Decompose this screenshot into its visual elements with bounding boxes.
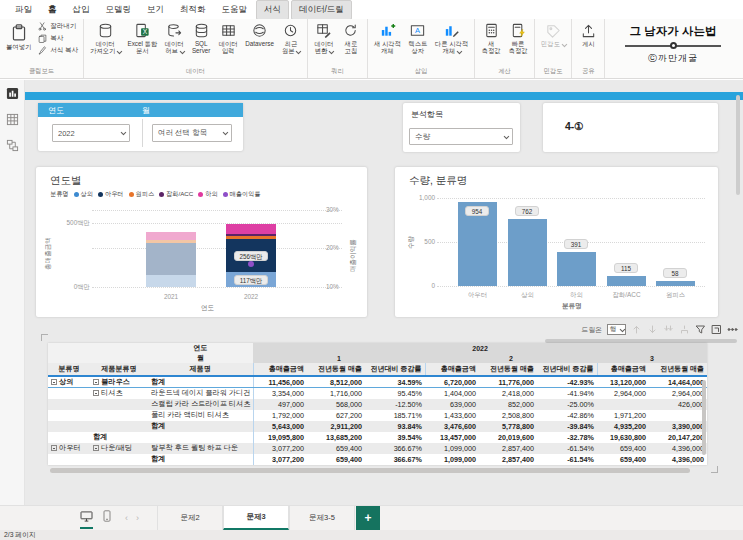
stacked-segment-원피스[interactable] bbox=[146, 240, 196, 243]
matrix-row[interactable]: 스캘럽 카라 스트라이프 티셔츠497,000568,000-12.50%639… bbox=[48, 399, 707, 410]
matrix-row[interactable]: 합계19,095,80013,685,20039.54%13,457,00020… bbox=[48, 432, 707, 443]
bar-잡화/ACC[interactable] bbox=[607, 276, 646, 286]
data-view-icon[interactable] bbox=[0, 106, 25, 132]
ribbon-button-Dataverse[interactable]: Dataverse bbox=[242, 21, 277, 48]
bar-하의[interactable] bbox=[557, 252, 596, 286]
chart-yearly[interactable]: 연도별 분류명상의아우터원피스잡화/ACC하의매출이익률 500백만0백만30%… bbox=[36, 167, 367, 317]
menu-tab-데이터/드릴[interactable]: 데이터/드릴 bbox=[291, 0, 352, 20]
drill-down-icon[interactable] bbox=[647, 324, 658, 335]
collapse-icon[interactable] bbox=[51, 445, 57, 451]
month-dropdown[interactable]: 여러 선택 항목 bbox=[152, 124, 232, 142]
collapse-icon[interactable] bbox=[51, 379, 57, 385]
focus-mode-icon[interactable] bbox=[711, 324, 722, 335]
value-cell: 2,964,000 bbox=[597, 388, 649, 399]
page-tab-문제3-5[interactable]: 문제3-5 bbox=[289, 506, 355, 530]
bar-원피스[interactable] bbox=[656, 281, 695, 286]
value-cell: 20,147,200 bbox=[649, 432, 707, 443]
legend-item-매출이익률[interactable]: 매출이익률 bbox=[223, 190, 261, 199]
matrix-table: 연도2022월123분류명제품분류명제품명총매출금액전년동월 매출전년대비 증감… bbox=[48, 343, 707, 465]
visual-selection-handle[interactable] bbox=[711, 466, 718, 473]
matrix-visual[interactable]: 연도2022월123분류명제품분류명제품명총매출금액전년동월 매출전년대비 증감… bbox=[48, 343, 707, 465]
ribbon-button-민감도[interactable]: 민감도 bbox=[538, 21, 568, 48]
stacked-segment-잡화/ACC[interactable] bbox=[226, 234, 276, 236]
expand-level-icon[interactable] bbox=[679, 324, 690, 335]
next-page-arrow[interactable]: › bbox=[136, 513, 139, 523]
canvas-scrollbar[interactable] bbox=[736, 95, 740, 195]
menu-tab-삽입[interactable]: 삽입 bbox=[66, 1, 97, 19]
ribbon-button-최근원본[interactable]: 최근원본 bbox=[278, 21, 304, 55]
matrix-row[interactable]: 폴리 카라 액티비 티셔츠1,792,000627,200185.71%1,43… bbox=[48, 410, 707, 421]
stacked-segment-하의[interactable] bbox=[226, 224, 276, 234]
ribbon-button-새측정값[interactable]: 새측정값 bbox=[478, 21, 504, 55]
ribbon-button-복사[interactable]: 복사 bbox=[35, 33, 80, 44]
menu-tab-서식[interactable]: 서식 bbox=[256, 0, 289, 20]
collapse-icon[interactable] bbox=[93, 379, 99, 385]
ribbon-button-새 시각적개체[interactable]: 새 시각적개체 bbox=[371, 21, 404, 55]
next-level-icon[interactable] bbox=[663, 324, 674, 335]
menu-tab-파일[interactable]: 파일 bbox=[8, 1, 39, 19]
legend-item-하의[interactable]: 하의 bbox=[198, 190, 217, 199]
matrix-vscrollbar[interactable] bbox=[702, 380, 706, 455]
drill-on-dropdown[interactable]: 행 bbox=[607, 324, 626, 335]
publish-icon bbox=[580, 22, 597, 39]
menu-tab-도움말[interactable]: 도움말 bbox=[215, 1, 255, 19]
ribbon-button-게시[interactable]: 게시 bbox=[575, 21, 601, 48]
desktop-view-icon[interactable] bbox=[80, 508, 93, 529]
matrix-row[interactable]: 티셔츠라운드넥 데이지 플라워 가디건 스웨터3,354,0001,716,00… bbox=[48, 388, 707, 399]
ribbon-button-다른 시각적개체[interactable]: 다른 시각적개체 bbox=[432, 21, 471, 55]
matrix-row[interactable]: 상의블라우스합계11,456,0008,512,00034.59%6,720,0… bbox=[48, 376, 707, 388]
model-view-icon[interactable] bbox=[0, 132, 25, 158]
stacked-segment-상의[interactable] bbox=[146, 275, 196, 287]
drill-up-icon[interactable] bbox=[631, 324, 642, 335]
matrix-row[interactable]: 합계3,077,200659,400366.67%1,099,0002,857,… bbox=[48, 454, 707, 465]
mobile-view-icon[interactable] bbox=[103, 508, 111, 529]
visual-selection-handle[interactable] bbox=[41, 334, 48, 341]
menu-tab-모델링[interactable]: 모델링 bbox=[99, 1, 139, 19]
menu-tab-최적화[interactable]: 최적화 bbox=[173, 1, 213, 19]
ribbon-button-데이터허브[interactable]: 데이터허브 bbox=[161, 21, 187, 55]
x-tick-label: 원피스 bbox=[650, 291, 701, 300]
page-tab-문제3[interactable]: 문제3 bbox=[223, 506, 289, 530]
matrix-hscrollbar[interactable] bbox=[50, 468, 690, 473]
legend-item-잡화/ACC[interactable]: 잡화/ACC bbox=[159, 190, 193, 199]
filter-icon[interactable] bbox=[695, 324, 706, 335]
ribbon-button-Excel 통합문서[interactable]: XExcel 통합문서 bbox=[124, 21, 160, 55]
matrix-row[interactable]: 합계5,643,0002,911,20093.84%3,476,6005,778… bbox=[48, 421, 707, 432]
prev-page-arrow[interactable]: ‹ bbox=[125, 513, 128, 523]
ribbon-group-계산: 새측정값빠른측정값계산 bbox=[475, 19, 535, 78]
menu-tab-홈[interactable]: 홈 bbox=[41, 1, 64, 19]
ribbon-button-새로고침[interactable]: 새로고침 bbox=[338, 21, 364, 55]
data-label: 58 bbox=[663, 268, 687, 278]
stacked-segment-하의[interactable] bbox=[146, 232, 196, 240]
matrix-row[interactable]: 아우터다운/패딩탈부착 후드 퀼팅 하프 다운3,077,200659,4003… bbox=[48, 443, 707, 454]
profit-rate-dot[interactable] bbox=[248, 261, 254, 267]
year-dropdown[interactable]: 2022 bbox=[52, 124, 130, 142]
more-options-icon[interactable] bbox=[727, 324, 738, 335]
paste-icon bbox=[9, 22, 29, 42]
ribbon-button-잘라내기[interactable]: 잘라내기 bbox=[35, 21, 80, 32]
legend-item-상의[interactable]: 상의 bbox=[74, 190, 93, 199]
ribbon-button-빠른측정값[interactable]: 빠른측정값 bbox=[505, 21, 531, 55]
ribbon-button-붙여넣기[interactable]: 붙여넣기 bbox=[3, 21, 34, 51]
ribbon-button-데이터변환[interactable]: 데이터변환 bbox=[311, 21, 337, 55]
analysis-dropdown[interactable]: 수량 bbox=[409, 128, 513, 145]
menu-tab-보기[interactable]: 보기 bbox=[140, 1, 171, 19]
ribbon-button-데이터가져오기[interactable]: 데이터가져오기 bbox=[87, 21, 123, 55]
legend-item-아우터[interactable]: 아우터 bbox=[98, 190, 124, 199]
ribbon-button-데이터입력[interactable]: 데이터입력 bbox=[215, 21, 241, 55]
report-view-icon[interactable] bbox=[0, 80, 25, 106]
new-page-button[interactable]: + bbox=[356, 506, 380, 530]
collapse-icon[interactable] bbox=[93, 390, 99, 396]
ribbon-button-SQLServer[interactable]: SQLServer bbox=[188, 21, 214, 55]
chart-quantity-by-category[interactable]: 수량, 분류명 1,0005000수량954아우터762상의391하의115잡화… bbox=[395, 167, 718, 317]
value-cell: 2,857,400 bbox=[479, 443, 537, 454]
page-tab-문제2[interactable]: 문제2 bbox=[157, 506, 223, 530]
category-cell: 아우터 bbox=[48, 443, 90, 454]
bar-상의[interactable] bbox=[508, 219, 547, 286]
ribbon-button-텍스트상자[interactable]: A텍스트상자 bbox=[405, 21, 431, 55]
ribbon-button-서식 복사[interactable]: 서식 복사 bbox=[35, 45, 80, 56]
stacked-segment-아우터[interactable] bbox=[146, 243, 196, 275]
collapse-icon[interactable] bbox=[93, 445, 99, 451]
legend-item-원피스[interactable]: 원피스 bbox=[129, 190, 155, 199]
stacked-segment-원피스[interactable] bbox=[226, 236, 276, 239]
